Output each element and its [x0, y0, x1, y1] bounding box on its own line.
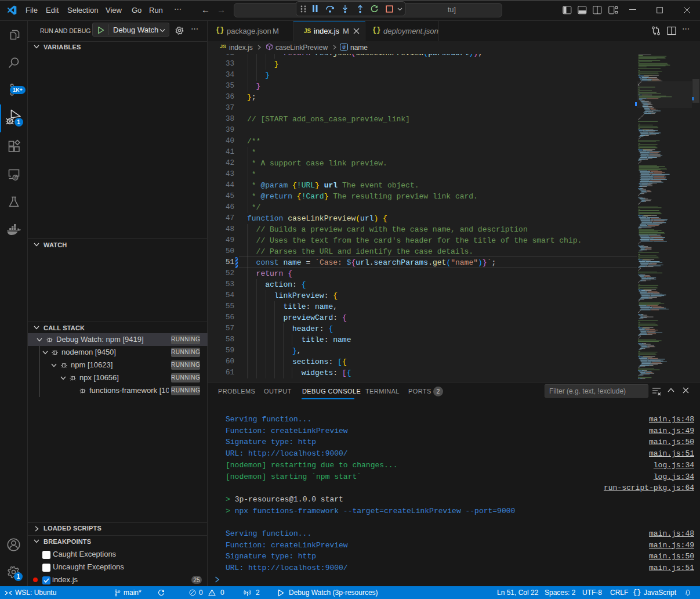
svg-text:@: @ — [342, 45, 345, 50]
